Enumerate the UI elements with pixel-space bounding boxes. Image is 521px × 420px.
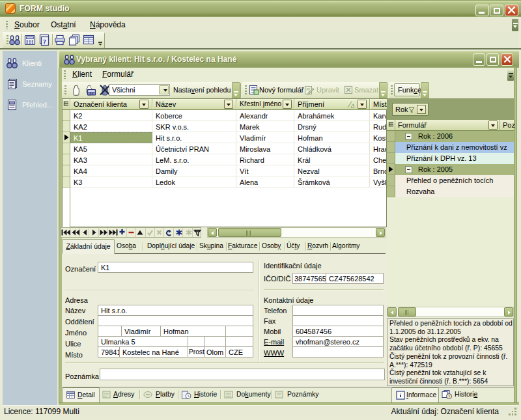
svg-text:7: 7 (43, 38, 46, 45)
